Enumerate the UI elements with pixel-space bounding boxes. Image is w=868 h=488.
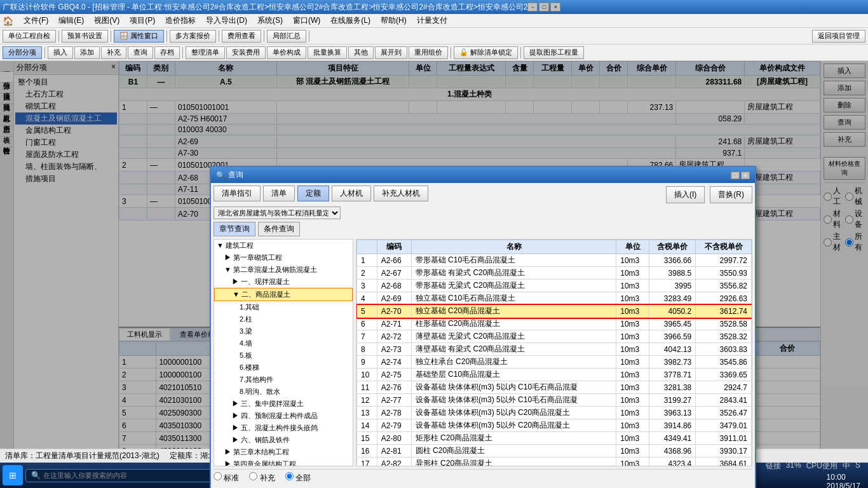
minimize-button[interactable]: － [527, 3, 538, 11]
tree-node-steel-structure[interactable]: ▶ 第四章金属结构工程 [214, 458, 353, 466]
cell-tax-price: 3914.86 [649, 419, 695, 432]
budget-settings-button[interactable]: 预算书设置 [62, 30, 108, 43]
list-item[interactable]: 16 A2-81 圆柱 C20商品混凝土 10m3 4368.96 3930.1… [357, 445, 752, 458]
tree-node-build[interactable]: ▼ 建筑工程 [214, 240, 353, 252]
menu-import-export[interactable]: 导入导出(D) [201, 14, 252, 27]
cell-unit: 10m3 [616, 381, 649, 394]
province-select[interactable]: 湖北省房屋建筑与装饰工程消耗量定额 [214, 207, 341, 219]
local-sum-button[interactable]: 局部汇总 [267, 30, 306, 43]
list-item[interactable]: 9 A2-74 独立柱承台 C20商品混凝土 10m3 3982.73 3545… [357, 356, 752, 369]
tree-node-ditch[interactable]: 8.明沟、散水 [214, 386, 353, 398]
menu-help[interactable]: 帮助(H) [376, 14, 412, 27]
other-button[interactable]: 其他 [348, 46, 374, 59]
list-item[interactable]: 17 A2-82 异形柱 C20商品混凝土 10m3 4323.4 3684.6… [357, 458, 752, 467]
tab-supplement-labor[interactable]: 补充人材机 [374, 186, 428, 201]
tree-node-column[interactable]: 2.柱 [214, 313, 353, 325]
list-item[interactable]: 15 A2-80 矩形柱 C20商品混凝土 10m3 4349.41 3911.… [357, 432, 752, 445]
dcol-tax-price: 含税单价 [649, 240, 695, 254]
list-item[interactable]: 6 A2-71 柱形基础 C20商品混凝土 10m3 3965.45 3528.… [357, 318, 752, 330]
list-item[interactable]: 8 A2-73 薄壁基础 有梁式 C20商品混凝土 10m3 4042.13 3… [357, 343, 752, 356]
expand-to-button[interactable]: 展开到 [375, 46, 407, 59]
list-item[interactable]: 2 A2-67 带形基础 有梁式 C20商品混凝土 10m3 3988.5 35… [357, 267, 752, 280]
menu-window[interactable]: 窗口(W) [288, 14, 325, 27]
extract-qty-button[interactable]: 提取图形工程量 [524, 46, 584, 59]
list-item[interactable]: 10 A2-75 基础垫层 C10商品混凝土 10m3 3778.71 3369… [357, 369, 752, 381]
archive-button[interactable]: 存档 [154, 46, 180, 59]
close-button[interactable]: × [550, 3, 560, 11]
tree-node-concrete-chapter[interactable]: ▼ 第二章混凝土及钢筋混凝土 [214, 264, 353, 276]
dialog-tab-row: 清单指引 清单 定额 人材机 补充人材机 插入(I) 普换(R) [214, 186, 752, 204]
cell-name: 基础垫层 C10商品混凝土 [411, 369, 616, 381]
query-dialog: 🔍 查询 □ × 清单指引 清单 定额 人材机 补充人材机 插入(I) 普 [210, 166, 756, 488]
tree-node-precast[interactable]: ▶ 四、预制混凝土构件成品 [214, 410, 353, 422]
return-project-button[interactable]: 返回项目管理 [812, 30, 865, 43]
cell-name: 设备基础 块体体积(m3) 5以外 C10毛石商品混凝 [411, 394, 616, 407]
search-bar[interactable]: 🔍 在这里输入你要搜索的内容 [25, 469, 216, 482]
maximize-button[interactable]: □ [539, 3, 549, 11]
tree-node-site-mix[interactable]: ▶ 一、现拌混凝土 [214, 276, 353, 288]
menu-system[interactable]: 系统(S) [252, 14, 288, 27]
unlock-list-button[interactable]: 🔓 解除清单锁定 [454, 46, 518, 59]
menu-price-index[interactable]: 造价指标 [160, 14, 201, 27]
query-button2[interactable]: 查询 [128, 46, 153, 59]
tree-node-beam[interactable]: 3.梁 [214, 325, 353, 337]
tab-quota[interactable]: 定额 [297, 186, 329, 201]
list-item[interactable]: 13 A2-78 设备基础 块体体积(m3) 5以内 C20商品混凝土 10m3… [357, 407, 752, 419]
tree-node-commercial-concrete[interactable]: ▼ 二、商品混凝土 [214, 288, 353, 301]
condition-query-tab[interactable]: 条件查询 [258, 222, 300, 236]
menu-file[interactable]: 文件(F) [18, 14, 53, 27]
menu-view[interactable]: 视图(V) [89, 14, 125, 27]
list-item[interactable]: 3 A2-68 带形基础 无梁式 C20商品混凝土 10m3 3995 3556… [357, 280, 752, 292]
dialog-close[interactable]: × [741, 172, 750, 179]
tab-list-guide[interactable]: 清单指引 [214, 186, 261, 201]
menu-edit[interactable]: 编辑(E) [53, 14, 89, 27]
list-item[interactable]: 11 A2-76 设备基础 块体体积(m3) 5以内 C10毛石商品混凝 10m… [357, 381, 752, 394]
cell-no: 7 [357, 330, 377, 343]
tree-node-other-member[interactable]: 7.其他构件 [214, 374, 353, 386]
multi-plan-button[interactable]: 多方案报价 [170, 30, 216, 43]
tree-node-stair[interactable]: 6.楼梯 [214, 362, 353, 374]
supplement-button2[interactable]: 补充 [101, 46, 126, 59]
tree-node-masonry[interactable]: ▶ 第一章砌筑工程 [214, 252, 353, 264]
batch-convert-button[interactable]: 批量换算 [308, 46, 347, 59]
tab-list[interactable]: 清单 [263, 186, 295, 201]
tree-node-timber[interactable]: ▶ 第三章木结构工程 [214, 446, 353, 458]
dialog-minimize[interactable]: □ [731, 172, 740, 179]
radio-all[interactable]: 全部 [285, 472, 311, 484]
property-window-button[interactable]: 🪟 属性窗口 [114, 30, 164, 43]
menu-payment[interactable]: 计量支付 [412, 14, 452, 27]
add-button[interactable]: 添加 [74, 46, 100, 59]
list-item[interactable]: 1 A2-66 带形基础 C10毛石商品混凝土 10m3 3366.66 299… [357, 254, 752, 267]
tree-node-wall[interactable]: 4.墙 [214, 337, 353, 349]
fee-view-button[interactable]: 费用查看 [222, 30, 261, 43]
start-button[interactable]: ⊞ [3, 465, 23, 485]
tab-labor-material-dialog[interactable]: 人材机 [332, 186, 371, 201]
tree-node-central-mix[interactable]: ▶ 三、集中搅拌混凝土 [214, 398, 353, 410]
cell-tax-price: 4323.4 [649, 458, 695, 467]
menu-project[interactable]: 项目(P) [125, 14, 160, 27]
tree-node-joint[interactable]: ▶ 五、混凝土构件接头嵌鸽 [214, 422, 353, 434]
section-button[interactable]: 分部分项 [3, 46, 42, 59]
tree-node-slab[interactable]: 5.板 [214, 349, 353, 362]
radio-supplement[interactable]: 补充 [249, 472, 275, 484]
list-item[interactable]: 5 A2-70 独立基础 C20商品混凝土 10m3 4050.2 3612.7… [357, 305, 752, 318]
reuse-price-button[interactable]: 重用组价 [409, 46, 448, 59]
unit-check-button[interactable]: 单位工程自检 [3, 30, 56, 43]
list-item[interactable]: 14 A2-79 设备基础 块体体积(m3) 5以外 C20商品混凝土 10m3… [357, 419, 752, 432]
menu-online[interactable]: 在线服务(L) [325, 14, 376, 27]
list-item[interactable]: 7 A2-72 薄壁基础 无梁式 C20商品混凝土 10m3 3966.59 3… [357, 330, 752, 343]
tree-node-foundation[interactable]: 1.其础 [214, 301, 353, 313]
organize-list-button[interactable]: 整理清单 [186, 46, 225, 59]
tree-node-rebar[interactable]: ▶ 六、钢筋及铁件 [214, 434, 353, 446]
radio-standard[interactable]: 标准 [214, 472, 239, 484]
install-fee-button[interactable]: 安装费用 [226, 46, 266, 59]
unit-price-button[interactable]: 单价构成 [267, 46, 306, 59]
insert-button[interactable]: 插入 [48, 46, 73, 59]
title-bar: 广联达计价软件 GBQ4.0 - [招标管理 - 单位工程:恒安幸感公司2#合库… [0, 0, 868, 14]
list-item[interactable]: 4 A2-69 独立基础 C10毛石商品混凝土 10m3 3283.49 292… [357, 292, 752, 305]
dialog-insert-button[interactable]: 插入(I) [666, 186, 705, 203]
list-item[interactable]: 12 A2-77 设备基础 块体体积(m3) 5以外 C10毛石商品混凝 10m… [357, 394, 752, 407]
cell-tax-price: 3988.5 [649, 267, 695, 280]
dialog-replace-button[interactable]: 普换(R) [710, 186, 752, 203]
chapter-query-tab[interactable]: 章节查询 [214, 222, 255, 236]
